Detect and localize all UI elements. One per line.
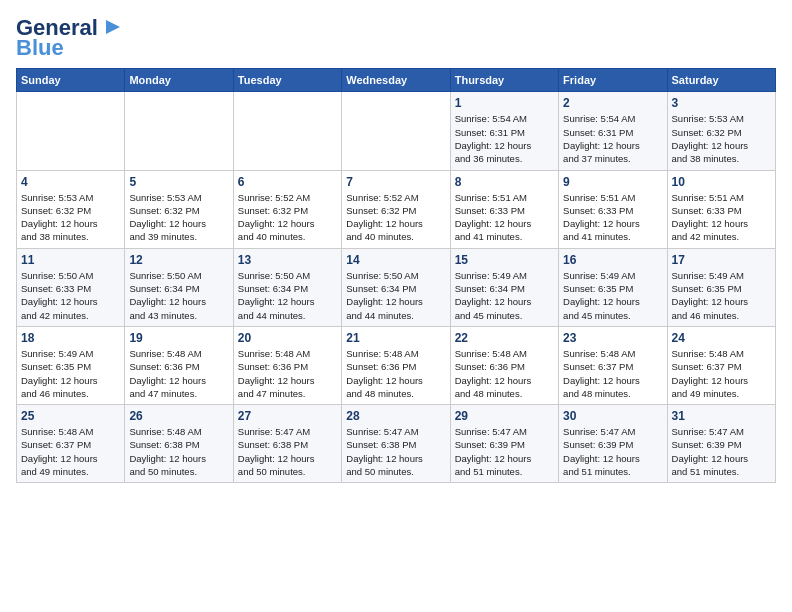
day-number: 1 bbox=[455, 96, 554, 110]
calendar-cell: 2Sunrise: 5:54 AM Sunset: 6:31 PM Daylig… bbox=[559, 92, 667, 170]
day-info: Sunrise: 5:49 AM Sunset: 6:35 PM Dayligh… bbox=[21, 347, 120, 400]
logo-text-blue: Blue bbox=[16, 36, 64, 60]
day-info: Sunrise: 5:51 AM Sunset: 6:33 PM Dayligh… bbox=[563, 191, 662, 244]
day-number: 13 bbox=[238, 253, 337, 267]
day-info: Sunrise: 5:47 AM Sunset: 6:38 PM Dayligh… bbox=[346, 425, 445, 478]
day-info: Sunrise: 5:49 AM Sunset: 6:35 PM Dayligh… bbox=[672, 269, 771, 322]
day-info: Sunrise: 5:47 AM Sunset: 6:39 PM Dayligh… bbox=[455, 425, 554, 478]
day-info: Sunrise: 5:54 AM Sunset: 6:31 PM Dayligh… bbox=[563, 112, 662, 165]
page-header: General Blue bbox=[16, 16, 776, 60]
day-info: Sunrise: 5:51 AM Sunset: 6:33 PM Dayligh… bbox=[672, 191, 771, 244]
calendar-cell bbox=[17, 92, 125, 170]
day-number: 31 bbox=[672, 409, 771, 423]
day-of-week-header: Thursday bbox=[450, 69, 558, 92]
day-info: Sunrise: 5:48 AM Sunset: 6:36 PM Dayligh… bbox=[129, 347, 228, 400]
day-number: 19 bbox=[129, 331, 228, 345]
day-number: 7 bbox=[346, 175, 445, 189]
day-of-week-header: Tuesday bbox=[233, 69, 341, 92]
calendar-cell: 17Sunrise: 5:49 AM Sunset: 6:35 PM Dayli… bbox=[667, 248, 775, 326]
calendar-cell: 9Sunrise: 5:51 AM Sunset: 6:33 PM Daylig… bbox=[559, 170, 667, 248]
day-number: 23 bbox=[563, 331, 662, 345]
day-number: 18 bbox=[21, 331, 120, 345]
calendar-cell: 27Sunrise: 5:47 AM Sunset: 6:38 PM Dayli… bbox=[233, 405, 341, 483]
day-number: 21 bbox=[346, 331, 445, 345]
logo-icon bbox=[100, 16, 122, 38]
calendar-cell: 3Sunrise: 5:53 AM Sunset: 6:32 PM Daylig… bbox=[667, 92, 775, 170]
day-number: 25 bbox=[21, 409, 120, 423]
day-info: Sunrise: 5:48 AM Sunset: 6:37 PM Dayligh… bbox=[21, 425, 120, 478]
calendar-cell: 21Sunrise: 5:48 AM Sunset: 6:36 PM Dayli… bbox=[342, 326, 450, 404]
day-number: 3 bbox=[672, 96, 771, 110]
day-number: 29 bbox=[455, 409, 554, 423]
day-number: 15 bbox=[455, 253, 554, 267]
day-info: Sunrise: 5:47 AM Sunset: 6:38 PM Dayligh… bbox=[238, 425, 337, 478]
day-info: Sunrise: 5:48 AM Sunset: 6:37 PM Dayligh… bbox=[563, 347, 662, 400]
calendar-cell: 14Sunrise: 5:50 AM Sunset: 6:34 PM Dayli… bbox=[342, 248, 450, 326]
day-info: Sunrise: 5:50 AM Sunset: 6:34 PM Dayligh… bbox=[238, 269, 337, 322]
calendar-cell: 12Sunrise: 5:50 AM Sunset: 6:34 PM Dayli… bbox=[125, 248, 233, 326]
calendar-cell: 22Sunrise: 5:48 AM Sunset: 6:36 PM Dayli… bbox=[450, 326, 558, 404]
calendar-cell bbox=[125, 92, 233, 170]
day-number: 6 bbox=[238, 175, 337, 189]
calendar-cell: 5Sunrise: 5:53 AM Sunset: 6:32 PM Daylig… bbox=[125, 170, 233, 248]
day-number: 26 bbox=[129, 409, 228, 423]
calendar-week-row: 18Sunrise: 5:49 AM Sunset: 6:35 PM Dayli… bbox=[17, 326, 776, 404]
day-number: 30 bbox=[563, 409, 662, 423]
day-info: Sunrise: 5:50 AM Sunset: 6:33 PM Dayligh… bbox=[21, 269, 120, 322]
calendar-cell: 30Sunrise: 5:47 AM Sunset: 6:39 PM Dayli… bbox=[559, 405, 667, 483]
day-of-week-header: Wednesday bbox=[342, 69, 450, 92]
calendar-cell: 24Sunrise: 5:48 AM Sunset: 6:37 PM Dayli… bbox=[667, 326, 775, 404]
day-info: Sunrise: 5:52 AM Sunset: 6:32 PM Dayligh… bbox=[346, 191, 445, 244]
day-info: Sunrise: 5:48 AM Sunset: 6:37 PM Dayligh… bbox=[672, 347, 771, 400]
calendar-cell: 25Sunrise: 5:48 AM Sunset: 6:37 PM Dayli… bbox=[17, 405, 125, 483]
day-number: 5 bbox=[129, 175, 228, 189]
day-number: 4 bbox=[21, 175, 120, 189]
day-number: 9 bbox=[563, 175, 662, 189]
day-info: Sunrise: 5:48 AM Sunset: 6:38 PM Dayligh… bbox=[129, 425, 228, 478]
day-info: Sunrise: 5:52 AM Sunset: 6:32 PM Dayligh… bbox=[238, 191, 337, 244]
day-number: 11 bbox=[21, 253, 120, 267]
day-info: Sunrise: 5:53 AM Sunset: 6:32 PM Dayligh… bbox=[21, 191, 120, 244]
day-info: Sunrise: 5:51 AM Sunset: 6:33 PM Dayligh… bbox=[455, 191, 554, 244]
calendar-cell: 8Sunrise: 5:51 AM Sunset: 6:33 PM Daylig… bbox=[450, 170, 558, 248]
calendar-cell bbox=[342, 92, 450, 170]
calendar-cell bbox=[233, 92, 341, 170]
day-number: 10 bbox=[672, 175, 771, 189]
day-info: Sunrise: 5:53 AM Sunset: 6:32 PM Dayligh… bbox=[672, 112, 771, 165]
day-info: Sunrise: 5:48 AM Sunset: 6:36 PM Dayligh… bbox=[346, 347, 445, 400]
day-info: Sunrise: 5:50 AM Sunset: 6:34 PM Dayligh… bbox=[129, 269, 228, 322]
day-number: 27 bbox=[238, 409, 337, 423]
calendar-cell: 6Sunrise: 5:52 AM Sunset: 6:32 PM Daylig… bbox=[233, 170, 341, 248]
calendar-week-row: 25Sunrise: 5:48 AM Sunset: 6:37 PM Dayli… bbox=[17, 405, 776, 483]
day-info: Sunrise: 5:49 AM Sunset: 6:34 PM Dayligh… bbox=[455, 269, 554, 322]
calendar-cell: 1Sunrise: 5:54 AM Sunset: 6:31 PM Daylig… bbox=[450, 92, 558, 170]
calendar-cell: 4Sunrise: 5:53 AM Sunset: 6:32 PM Daylig… bbox=[17, 170, 125, 248]
calendar-cell: 10Sunrise: 5:51 AM Sunset: 6:33 PM Dayli… bbox=[667, 170, 775, 248]
day-number: 28 bbox=[346, 409, 445, 423]
day-number: 20 bbox=[238, 331, 337, 345]
calendar-cell: 13Sunrise: 5:50 AM Sunset: 6:34 PM Dayli… bbox=[233, 248, 341, 326]
logo: General Blue bbox=[16, 16, 122, 60]
day-info: Sunrise: 5:48 AM Sunset: 6:36 PM Dayligh… bbox=[238, 347, 337, 400]
calendar-cell: 11Sunrise: 5:50 AM Sunset: 6:33 PM Dayli… bbox=[17, 248, 125, 326]
day-number: 2 bbox=[563, 96, 662, 110]
calendar-cell: 29Sunrise: 5:47 AM Sunset: 6:39 PM Dayli… bbox=[450, 405, 558, 483]
day-of-week-header: Saturday bbox=[667, 69, 775, 92]
day-of-week-header: Sunday bbox=[17, 69, 125, 92]
day-info: Sunrise: 5:48 AM Sunset: 6:36 PM Dayligh… bbox=[455, 347, 554, 400]
day-number: 8 bbox=[455, 175, 554, 189]
day-of-week-header: Friday bbox=[559, 69, 667, 92]
day-info: Sunrise: 5:47 AM Sunset: 6:39 PM Dayligh… bbox=[563, 425, 662, 478]
calendar-cell: 7Sunrise: 5:52 AM Sunset: 6:32 PM Daylig… bbox=[342, 170, 450, 248]
day-of-week-header: Monday bbox=[125, 69, 233, 92]
calendar-cell: 18Sunrise: 5:49 AM Sunset: 6:35 PM Dayli… bbox=[17, 326, 125, 404]
day-info: Sunrise: 5:54 AM Sunset: 6:31 PM Dayligh… bbox=[455, 112, 554, 165]
calendar-week-row: 1Sunrise: 5:54 AM Sunset: 6:31 PM Daylig… bbox=[17, 92, 776, 170]
calendar-cell: 31Sunrise: 5:47 AM Sunset: 6:39 PM Dayli… bbox=[667, 405, 775, 483]
day-number: 24 bbox=[672, 331, 771, 345]
calendar-cell: 20Sunrise: 5:48 AM Sunset: 6:36 PM Dayli… bbox=[233, 326, 341, 404]
day-number: 22 bbox=[455, 331, 554, 345]
calendar-table: SundayMondayTuesdayWednesdayThursdayFrid… bbox=[16, 68, 776, 483]
svg-marker-0 bbox=[106, 20, 120, 34]
calendar-cell: 15Sunrise: 5:49 AM Sunset: 6:34 PM Dayli… bbox=[450, 248, 558, 326]
